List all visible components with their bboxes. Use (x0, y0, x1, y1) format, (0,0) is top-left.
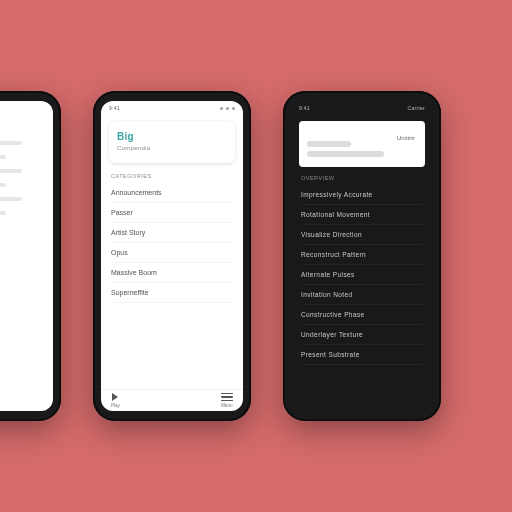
dark-hero: Untitrtr (299, 121, 425, 167)
phone-light: 9:41 Big Compendia Categories Announceme… (93, 91, 251, 421)
list-item[interactable]: Artist Story (111, 223, 233, 243)
dark-list: Overview Impressively Accurate Rotationa… (291, 175, 433, 411)
screen-dark: 9:41 Carrier Untitrtr Overview Impressiv… (291, 101, 433, 411)
list-item[interactable]: Present Substrate (301, 345, 423, 365)
phone-edge-left (0, 91, 61, 421)
status-indicators (220, 107, 235, 110)
list-item[interactable]: Reconstruct Pattern (301, 245, 423, 265)
list-item[interactable]: Massive Boom (111, 263, 233, 283)
list-item[interactable]: Underlayer Texture (301, 325, 423, 345)
phone-dark: 9:41 Carrier Untitrtr Overview Impressiv… (283, 91, 441, 421)
list-item[interactable]: Rotational Movement (301, 205, 423, 225)
statusbar-light: 9:41 (101, 101, 243, 115)
list-item[interactable]: Visualize Direction (301, 225, 423, 245)
placeholder-line (307, 151, 384, 157)
light-list: Categories Announcements Passer Artist S… (101, 171, 243, 389)
hero-card: Big Compendia (109, 121, 235, 163)
statusbar-dark: 9:41 Carrier (291, 101, 433, 115)
nav-menu-button[interactable]: Menu (221, 393, 233, 409)
screen-edge (0, 101, 53, 411)
signal-icon (220, 107, 223, 110)
list-item[interactable]: Passer (111, 203, 233, 223)
list-item[interactable]: Alternate Pulses (301, 265, 423, 285)
list-item[interactable]: Announcements (111, 183, 233, 203)
screen-light: 9:41 Big Compendia Categories Announceme… (101, 101, 243, 411)
list-item[interactable]: Constructive Phase (301, 305, 423, 325)
status-carrier: Carrier (408, 105, 425, 111)
list-item[interactable]: Invitation Noted (301, 285, 423, 305)
list-item[interactable]: Opus (111, 243, 233, 263)
hero-subtitle: Compendia (117, 145, 227, 151)
list-item[interactable]: Impressively Accurate (301, 185, 423, 205)
nav-play-button[interactable]: Play (111, 393, 120, 408)
status-time: 9:41 (109, 105, 120, 111)
section-label: Overview (301, 175, 423, 185)
battery-icon (232, 107, 235, 110)
play-icon (112, 393, 118, 401)
status-time: 9:41 (299, 105, 310, 111)
hero-title: Big (117, 131, 227, 142)
mockup-stage: 9:41 Big Compendia Categories Announceme… (0, 0, 512, 512)
bottom-nav: Play Menu (101, 389, 243, 411)
list-item[interactable]: Superneffite (111, 283, 233, 303)
wifi-icon (226, 107, 229, 110)
edge-placeholder-lines (0, 101, 53, 215)
status-indicators: Carrier (408, 105, 425, 111)
placeholder-line (307, 141, 351, 147)
section-label: Categories (111, 171, 233, 183)
menu-icon (221, 393, 233, 402)
